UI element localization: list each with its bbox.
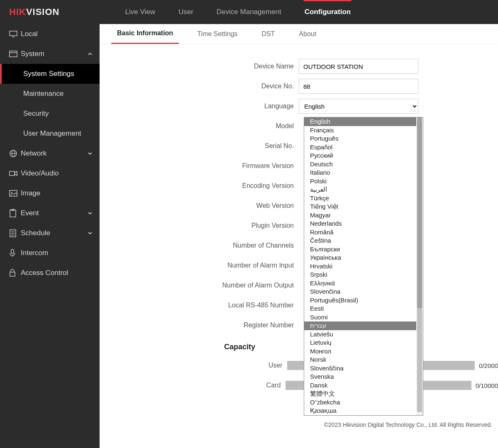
chevron-down-icon bbox=[87, 230, 93, 236]
chevron-down-icon bbox=[87, 210, 93, 216]
language-select[interactable]: English bbox=[299, 99, 418, 114]
clipboard-icon bbox=[9, 209, 21, 217]
language-option[interactable]: 繁體中文 bbox=[304, 390, 416, 398]
language-option[interactable]: Eesti bbox=[304, 304, 416, 313]
language-option[interactable]: Български bbox=[304, 245, 416, 254]
tab-dst[interactable]: DST bbox=[256, 24, 281, 44]
sidebar-item-image[interactable]: Image bbox=[0, 183, 100, 203]
chevron-up-icon bbox=[87, 51, 93, 57]
tab-time-settings[interactable]: Time Settings bbox=[191, 24, 243, 44]
svg-rect-11 bbox=[10, 210, 16, 217]
monitor-icon bbox=[9, 31, 21, 37]
device-name-label: Device Name bbox=[100, 63, 299, 70]
main-panel: Device Name Device No. Language English … bbox=[100, 44, 498, 448]
sidebar-item-label: Event bbox=[21, 209, 39, 217]
language-option[interactable]: Română bbox=[304, 228, 416, 237]
capacity-card-label: Card bbox=[100, 382, 286, 389]
firmware-label: Firmware Version bbox=[100, 162, 299, 170]
capacity-user-value: 0/2000 bbox=[479, 362, 498, 369]
language-option[interactable]: Latviešu bbox=[304, 330, 416, 339]
sidebar-sub-security[interactable]: Security bbox=[0, 104, 100, 124]
language-option[interactable]: Монгол bbox=[304, 347, 416, 356]
capacity-card-value: 0/10000 bbox=[476, 382, 498, 389]
language-option[interactable]: Português(Brasil) bbox=[304, 296, 416, 305]
sidebar-sub-maintenance[interactable]: Maintenance bbox=[0, 84, 100, 104]
sidebar-item-label: Intercom bbox=[21, 249, 48, 257]
tab-basic-information[interactable]: Basic Information bbox=[111, 24, 179, 44]
language-option[interactable]: Slovenščina bbox=[304, 364, 416, 373]
language-option[interactable]: English bbox=[304, 117, 416, 126]
device-name-input[interactable] bbox=[299, 59, 418, 74]
device-no-input[interactable] bbox=[299, 79, 418, 94]
language-option[interactable]: Polski bbox=[304, 177, 416, 186]
language-option[interactable]: Norsk bbox=[304, 355, 416, 364]
sidebar-item-schedule[interactable]: Schedule bbox=[0, 223, 100, 243]
logo-part-1: HIK bbox=[9, 7, 26, 17]
topnav-device-management[interactable]: Device Management bbox=[205, 0, 293, 24]
language-option[interactable]: Oʻzbekcha bbox=[304, 398, 416, 407]
chevron-down-icon bbox=[87, 151, 93, 156]
sidebar-item-label: Access Control bbox=[21, 269, 68, 277]
register-number-label: Register Number bbox=[100, 321, 299, 329]
web-version-label: Web Version bbox=[100, 202, 299, 209]
brand-logo: HIKVISION bbox=[9, 7, 59, 17]
language-option[interactable]: Русский bbox=[304, 151, 416, 160]
sub-tabs: Basic Information Time Settings DST Abou… bbox=[100, 24, 498, 44]
topnav-live-view[interactable]: Live View bbox=[113, 0, 166, 24]
channels-label: Number of Channels bbox=[100, 242, 299, 249]
sidebar-item-video-audio[interactable]: Video/Audio bbox=[0, 163, 100, 183]
sidebar-item-network[interactable]: Network bbox=[0, 144, 100, 163]
language-option[interactable]: עברית bbox=[304, 321, 416, 330]
language-option[interactable]: Čeština bbox=[304, 236, 416, 245]
mic-icon bbox=[9, 249, 21, 257]
logo-part-2: VISION bbox=[26, 7, 60, 17]
language-option[interactable]: Français bbox=[304, 126, 416, 135]
capacity-user-label: User bbox=[100, 362, 287, 369]
sidebar-item-local[interactable]: Local bbox=[0, 24, 100, 44]
sidebar-item-access-control[interactable]: Access Control bbox=[0, 263, 100, 283]
language-option[interactable]: العربية bbox=[304, 185, 416, 194]
language-option[interactable]: Magyar bbox=[304, 211, 416, 220]
topnav-user[interactable]: User bbox=[167, 0, 205, 24]
language-option[interactable]: Italiano bbox=[304, 168, 416, 177]
sidebar-item-system[interactable]: System bbox=[0, 44, 100, 64]
plugin-version-label: Plugin Version bbox=[100, 222, 299, 229]
language-label: Language bbox=[100, 102, 299, 110]
language-option[interactable]: Ελληνικά bbox=[304, 279, 416, 288]
language-option[interactable]: Nederlands bbox=[304, 219, 416, 228]
sidebar-item-event[interactable]: Event bbox=[0, 203, 100, 223]
lock-icon bbox=[9, 269, 21, 277]
language-option[interactable]: Türkçe bbox=[304, 194, 416, 203]
language-option[interactable]: Slovenčina bbox=[304, 287, 416, 296]
language-option[interactable]: Hrvatski bbox=[304, 262, 416, 271]
language-option[interactable]: Suomi bbox=[304, 313, 416, 322]
language-option[interactable]: Қазақша bbox=[304, 407, 416, 415]
language-dropdown-list[interactable]: EnglishFrançaisPortuguêsEspañolРусскийDe… bbox=[304, 117, 423, 416]
language-option[interactable]: Srpski bbox=[304, 270, 416, 279]
sidebar-sub-user-management[interactable]: User Management bbox=[0, 124, 100, 144]
language-option[interactable]: Español bbox=[304, 143, 416, 152]
language-option[interactable]: Dansk bbox=[304, 381, 416, 390]
dropdown-scrollbar[interactable] bbox=[416, 117, 423, 415]
dropdown-scroll-thumb[interactable] bbox=[417, 117, 422, 308]
globe-icon bbox=[9, 149, 21, 158]
svg-rect-19 bbox=[10, 272, 15, 276]
top-header: HIKVISION Live View User Device Manageme… bbox=[0, 0, 498, 24]
language-option[interactable]: Lietuvių bbox=[304, 338, 416, 347]
sidebar-item-label: Network bbox=[21, 149, 46, 158]
sidebar-sub-system-settings[interactable]: System Settings bbox=[0, 64, 100, 84]
language-option[interactable]: Português bbox=[304, 134, 416, 143]
tab-about[interactable]: About bbox=[293, 24, 322, 44]
sidebar-item-label: Image bbox=[21, 189, 40, 197]
language-option[interactable]: Tiếng Việt bbox=[304, 202, 416, 211]
footer-copyright: ©2023 Hikvision Digital Technology Co., … bbox=[324, 421, 492, 428]
media-icon bbox=[9, 170, 21, 177]
language-option[interactable]: Українська bbox=[304, 253, 416, 262]
topnav-configuration[interactable]: Configuration bbox=[293, 0, 362, 24]
list-icon bbox=[9, 229, 21, 237]
language-option[interactable]: Deutsch bbox=[304, 160, 416, 169]
sidebar-item-intercom[interactable]: Intercom bbox=[0, 243, 100, 263]
model-label: Model bbox=[100, 122, 299, 130]
language-option[interactable]: Svenska bbox=[304, 373, 416, 381]
encoding-label: Encoding Version bbox=[100, 182, 299, 190]
